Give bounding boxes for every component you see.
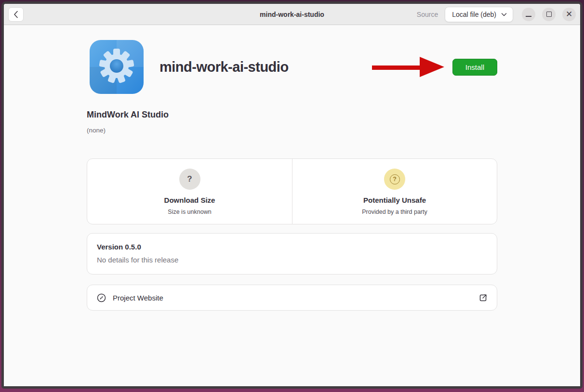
- annotation-arrow-icon: [372, 56, 445, 78]
- download-size-tile[interactable]: ? Download Size Size is unknown: [87, 159, 292, 224]
- close-button[interactable]: ✕: [562, 8, 576, 21]
- version-card: Version 0.5.0 No details for this releas…: [87, 233, 497, 274]
- window-title: mind-work-ai-studio: [260, 11, 324, 18]
- minimize-icon: [526, 16, 531, 17]
- back-button[interactable]: [8, 7, 24, 22]
- tile-subtitle: Provided by a third party: [362, 209, 427, 215]
- install-button[interactable]: Install: [452, 59, 497, 76]
- context-tiles-card: ? Download Size Size is unknown ? Potent…: [87, 158, 497, 224]
- chevron-left-icon: [13, 11, 18, 18]
- close-icon: ✕: [566, 10, 572, 18]
- app-name-heading: mind-work-ai-studio: [159, 59, 289, 75]
- tile-subtitle: Size is unknown: [168, 209, 211, 215]
- version-subtitle: No details for this release: [97, 256, 487, 264]
- external-link-icon: [479, 294, 487, 302]
- tile-title: Download Size: [164, 196, 215, 204]
- app-header: mind-work-ai-studio Install: [87, 40, 497, 94]
- headerbar: mind-work-ai-studio Source Local file (d…: [4, 4, 580, 25]
- warning-question-icon: ?: [384, 169, 405, 190]
- software-window: mind-work-ai-studio Source Local file (d…: [1, 1, 583, 389]
- version-title: Version 0.5.0: [97, 243, 487, 251]
- chevron-down-icon: [501, 13, 507, 16]
- question-badge-icon: ?: [179, 169, 200, 190]
- safety-tile[interactable]: ? Potentially Unsafe Provided by a third…: [292, 159, 497, 224]
- tile-title: Potentially Unsafe: [363, 196, 426, 204]
- compass-icon: [97, 293, 106, 302]
- website-label: Project Website: [113, 294, 163, 302]
- maximize-icon: [546, 12, 552, 17]
- app-icon: [90, 40, 144, 94]
- app-details-page: mind-work-ai-studio Install MindWork AI …: [4, 25, 580, 386]
- minimize-button[interactable]: [522, 8, 535, 21]
- source-label: Source: [417, 11, 438, 18]
- source-dropdown[interactable]: Local file (deb): [445, 7, 513, 22]
- source-dropdown-value: Local file (deb): [452, 11, 496, 18]
- project-website-link[interactable]: Project Website: [87, 285, 497, 311]
- maximize-button[interactable]: [542, 8, 556, 21]
- app-developer: (none): [87, 127, 497, 134]
- app-display-name: MindWork AI Studio: [87, 110, 497, 120]
